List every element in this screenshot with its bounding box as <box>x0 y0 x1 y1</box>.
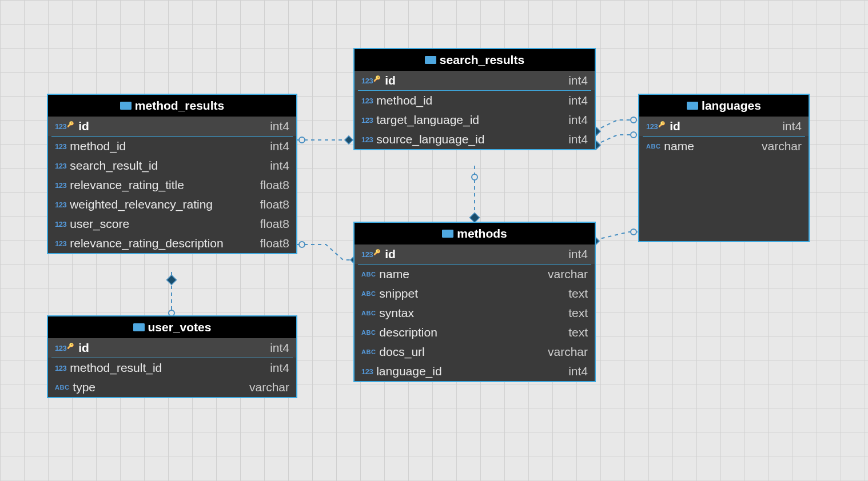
column-name: id <box>385 247 396 261</box>
column-row[interactable]: 123relevance_rating_titlefloat8 <box>48 175 296 195</box>
table-search-results[interactable]: search_results 123 id int4 123method_idi… <box>353 48 596 150</box>
table-header: user_votes <box>48 316 296 338</box>
key-icon <box>375 250 381 258</box>
table-icon <box>425 56 436 64</box>
type-prefix: 123 <box>55 142 66 151</box>
table-icon <box>120 102 132 110</box>
column-row[interactable]: 123 id int4 <box>48 117 296 136</box>
column-type: text <box>568 306 588 320</box>
key-icon <box>68 344 75 352</box>
type-prefix: 123 <box>55 344 66 352</box>
type-prefix: ABC <box>361 310 376 316</box>
table-header: languages <box>639 95 809 117</box>
column-name: method_id <box>376 94 432 107</box>
column-type: int4 <box>568 94 588 107</box>
column-row[interactable]: 123relevance_rating_descriptionfloat8 <box>48 234 296 253</box>
column-type: float8 <box>260 217 289 231</box>
key-icon <box>375 77 381 85</box>
column-row[interactable]: 123 id int4 <box>355 244 595 264</box>
column-row[interactable]: ABCnamevarchar <box>639 137 809 156</box>
table-user-votes[interactable]: user_votes 123 id int4 123method_result_… <box>47 315 297 398</box>
table-method-results[interactable]: method_results 123 id int4 123method_idi… <box>47 94 297 254</box>
table-title: method_results <box>135 99 224 113</box>
type-prefix: ABC <box>361 271 376 278</box>
type-prefix: 123 <box>361 367 373 376</box>
type-prefix: ABC <box>55 384 69 391</box>
column-type: int4 <box>270 341 289 355</box>
column-name: method_id <box>70 139 126 153</box>
column-type: varchar <box>548 345 588 359</box>
column-row[interactable]: ABCnamevarchar <box>355 264 595 284</box>
column-row[interactable]: ABCsyntaxtext <box>355 303 595 323</box>
type-prefix: 123 <box>55 122 66 131</box>
column-row[interactable]: 123target_language_idint4 <box>355 110 595 130</box>
column-type: int4 <box>270 119 289 133</box>
column-type: int4 <box>568 364 588 378</box>
table-languages[interactable]: languages 123 id int4 ABCnamevarchar <box>638 94 810 242</box>
column-type: int4 <box>568 113 588 127</box>
column-type: int4 <box>568 133 588 146</box>
column-name: snippet <box>379 287 418 300</box>
type-prefix: 123 <box>55 239 66 248</box>
table-icon <box>687 102 698 110</box>
table-title: user_votes <box>148 320 212 334</box>
table-header: search_results <box>355 49 595 71</box>
column-type: varchar <box>249 380 289 394</box>
type-prefix: 123 <box>55 162 66 170</box>
column-type: float8 <box>260 198 289 211</box>
column-row[interactable]: 123method_idint4 <box>48 137 296 156</box>
column-name: search_result_id <box>70 159 158 173</box>
column-row[interactable]: 123method_result_idint4 <box>48 358 296 378</box>
column-row[interactable]: ABCdocs_urlvarchar <box>355 342 595 362</box>
column-row[interactable]: 123method_idint4 <box>355 91 595 110</box>
column-name: weighted_relevancy_rating <box>70 198 213 211</box>
column-type: text <box>568 287 588 300</box>
column-name: id <box>670 119 680 133</box>
column-row[interactable]: ABCsnippettext <box>355 284 595 303</box>
column-name: id <box>78 119 89 133</box>
type-prefix: ABC <box>361 348 376 355</box>
column-name: source_language_id <box>376 133 484 146</box>
column-row[interactable]: 123source_language_idint4 <box>355 130 595 149</box>
column-name: syntax <box>379 306 414 320</box>
key-icon <box>68 122 75 130</box>
type-prefix: 123 <box>361 97 373 105</box>
column-type: text <box>568 326 588 339</box>
type-prefix: 123 <box>55 220 66 229</box>
column-row[interactable]: 123search_result_idint4 <box>48 156 296 175</box>
column-name: id <box>385 74 396 87</box>
type-prefix: ABC <box>361 290 376 297</box>
type-prefix: 123 <box>361 77 373 85</box>
column-name: language_id <box>376 364 441 378</box>
type-prefix: 123 <box>361 250 373 259</box>
type-prefix: 123 <box>646 122 658 131</box>
column-name: type <box>73 380 95 394</box>
key-icon <box>659 122 666 130</box>
table-icon <box>442 230 453 238</box>
type-prefix: 123 <box>55 364 66 372</box>
column-type: float8 <box>260 178 289 192</box>
column-name: name <box>379 267 409 281</box>
column-type: int4 <box>270 159 289 173</box>
column-row[interactable]: 123weighted_relevancy_ratingfloat8 <box>48 195 296 214</box>
column-type: int4 <box>568 247 588 261</box>
diagram-canvas[interactable]: method_results 123 id int4 123method_idi… <box>0 0 868 481</box>
table-header: method_results <box>48 95 296 117</box>
column-type: int4 <box>270 361 289 375</box>
column-name: user_score <box>70 217 129 231</box>
column-row[interactable]: 123user_scorefloat8 <box>48 214 296 234</box>
column-name: docs_url <box>379 345 424 359</box>
column-type: float8 <box>260 237 289 250</box>
type-prefix: ABC <box>361 329 376 336</box>
table-header: methods <box>355 223 595 244</box>
column-name: relevance_rating_description <box>70 237 224 250</box>
column-row[interactable]: 123 id int4 <box>639 117 809 136</box>
table-methods[interactable]: methods 123 id int4 ABCnamevarchar ABCsn… <box>353 222 596 382</box>
column-name: id <box>78 341 89 355</box>
column-row[interactable]: 123 id int4 <box>48 338 296 358</box>
type-prefix: 123 <box>55 181 66 190</box>
column-row[interactable]: ABCtypevarchar <box>48 378 296 397</box>
column-row[interactable]: 123language_idint4 <box>355 362 595 381</box>
column-row[interactable]: 123 id int4 <box>355 71 595 90</box>
column-row[interactable]: ABCdescriptiontext <box>355 323 595 342</box>
